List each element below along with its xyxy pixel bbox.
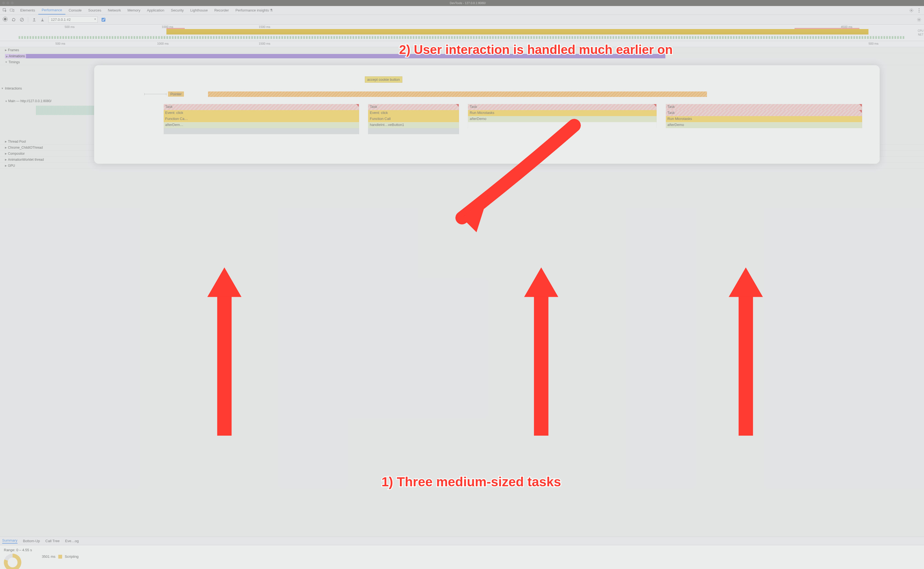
tab-application[interactable]: Application [144, 6, 168, 15]
flame-entry [459, 122, 468, 128]
track-frames[interactable]: ▶Frames [0, 47, 924, 53]
ruler-tick: 1500 ms [259, 42, 270, 45]
scripting-swatch [58, 555, 62, 558]
inspect-element-icon[interactable] [3, 8, 7, 12]
flame-entry[interactable]: afterDemo [666, 122, 862, 128]
ruler-tick: 500 ms [868, 42, 878, 45]
flame-entry [468, 122, 657, 128]
overview-cpu-label: CPU [918, 29, 924, 33]
overview-net-label: NET [918, 33, 924, 37]
flame-chart[interactable]: TaskTaskTaskTask Event: clickEvent: clic… [164, 104, 862, 134]
time-ruler[interactable]: 500 ms 1000 ms 1500 ms 500 ms [0, 41, 924, 47]
flame-entry [657, 104, 666, 110]
flame-entry[interactable]: afterDem… [164, 122, 360, 128]
devtools-tabs: Elements Performance Console Sources Net… [0, 6, 924, 15]
timeline-overview[interactable]: 500 ms 1000 ms 1500 ms 4500 ms CPU NET [0, 24, 924, 41]
clear-icon[interactable] [20, 18, 24, 22]
summary-pane: Range: 0 – 4.55 s 3501 ms Scripting [0, 545, 924, 569]
overview-tick: 500 ms [65, 25, 74, 29]
btab-summary[interactable]: Summary [2, 539, 18, 543]
tab-network[interactable]: Network [105, 6, 124, 15]
flame-entry [657, 110, 666, 116]
svg-line-8 [21, 18, 23, 21]
flame-entry [359, 122, 368, 128]
btab-event-log[interactable]: Eve…og [65, 539, 79, 543]
track-interactions[interactable]: Interactions [5, 87, 22, 90]
flame-entry[interactable]: Task [666, 110, 862, 116]
svg-point-5 [919, 10, 919, 11]
svg-rect-1 [10, 9, 13, 11]
flame-entry[interactable]: Task [164, 104, 360, 110]
tab-recorder[interactable]: Recorder [211, 6, 232, 15]
tab-lighthouse[interactable]: Lighthouse [187, 6, 211, 15]
flame-entry[interactable]: handleInt…veButton1 [368, 122, 459, 128]
flame-entry[interactable]: Run Microtasks [666, 116, 862, 122]
flame-entry[interactable]: Task [368, 104, 459, 110]
flame-entry[interactable]: afterDemo [468, 116, 657, 122]
flame-entry [359, 110, 368, 116]
track-animations[interactable]: ▶Animations [0, 53, 924, 59]
flame-entry [459, 110, 468, 116]
timing-marker-accept-cookie[interactable]: accept cookie button [365, 77, 402, 82]
details-tabs: Summary Bottom-Up Call Tree Eve…og [0, 537, 924, 545]
tab-memory[interactable]: Memory [124, 6, 144, 15]
svg-point-6 [919, 12, 919, 12]
flame-entry[interactable]: Event: click [164, 110, 360, 116]
flask-icon: ⚗ [270, 8, 273, 12]
ruler-tick: 1000 ms [157, 42, 168, 45]
device-toggle-icon[interactable] [10, 8, 14, 12]
tab-performance[interactable]: Performance [38, 6, 65, 15]
flame-entry[interactable]: Task [666, 104, 862, 110]
flame-entry[interactable]: Event: click [368, 110, 459, 116]
track-timings[interactable]: ▼Timings [0, 59, 924, 65]
tab-sources[interactable]: Sources [85, 6, 105, 15]
tab-performance-insights[interactable]: Performance insights ⚗ [232, 6, 276, 15]
svg-point-9 [918, 19, 919, 20]
interaction-pointer-bar[interactable] [208, 91, 707, 97]
animation-bar[interactable] [18, 54, 665, 58]
summary-donut-chart [4, 554, 21, 569]
upload-icon[interactable] [32, 18, 36, 22]
flame-entry [359, 116, 368, 122]
flame-entry [459, 104, 468, 110]
flame-entry [657, 116, 666, 122]
flame-entry [657, 122, 666, 128]
btab-call-tree[interactable]: Call Tree [46, 539, 60, 543]
flame-entry[interactable]: Task [468, 104, 657, 110]
flame-entry [459, 116, 468, 122]
tab-elements[interactable]: Elements [17, 6, 38, 15]
settings-gear-icon[interactable] [909, 8, 913, 12]
track-main[interactable]: ▼Main — http://127.0.0.1:8080/ [5, 99, 52, 103]
tab-security[interactable]: Security [167, 6, 187, 15]
kebab-menu-icon[interactable] [917, 8, 921, 12]
scripting-label: Scripting [65, 554, 79, 558]
reload-record-icon[interactable] [12, 18, 16, 22]
screenshots-checkbox[interactable] [102, 18, 105, 21]
window-title: DevTools - 127.0.0.1:8080/ [14, 2, 922, 5]
flame-entry[interactable]: Function Ca… [164, 116, 360, 122]
interaction-pointer-label[interactable]: Pointer [168, 91, 184, 97]
svg-point-4 [919, 8, 919, 9]
recording-select[interactable]: 127.0.0.1 #2 [49, 17, 98, 23]
scripting-ms: 3501 ms [42, 554, 56, 558]
overview-tick: 1500 ms [259, 25, 270, 29]
flame-entry[interactable]: Run Microtasks [468, 110, 657, 116]
flame-entry [359, 104, 368, 110]
summary-range: Range: 0 – 4.55 s [4, 548, 32, 552]
tab-console[interactable]: Console [65, 6, 85, 15]
download-icon[interactable] [40, 18, 45, 22]
ruler-tick: 500 ms [56, 42, 65, 45]
screenshots-checkbox-input[interactable] [102, 18, 105, 21]
flame-entry[interactable]: Function Call [368, 116, 459, 122]
performance-toolbar: 127.0.0.1 #2 [0, 15, 924, 24]
svg-point-3 [911, 10, 912, 11]
panel-settings-gear-icon[interactable] [917, 18, 921, 22]
svg-rect-2 [13, 9, 14, 12]
btab-bottom-up[interactable]: Bottom-Up [23, 539, 40, 543]
record-button[interactable] [3, 17, 8, 23]
traffic-lights[interactable] [2, 2, 14, 5]
